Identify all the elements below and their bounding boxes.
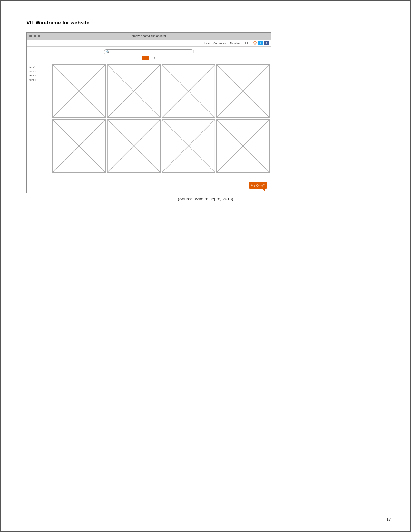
product-card-1-4[interactable] (216, 64, 270, 118)
dropdown-color (142, 56, 149, 60)
browser-titlebar: Amazon.com/Fashion/retail (27, 33, 271, 40)
instagram-icon[interactable]: ○ (253, 41, 257, 45)
sidebar-item-1[interactable]: Item 1 (29, 66, 49, 69)
dropdown-row: ▼ (27, 56, 271, 60)
product-card-2-1[interactable] (52, 119, 106, 173)
facebook-icon[interactable]: f (264, 41, 269, 45)
dropdown-button[interactable]: ▼ (141, 56, 157, 60)
nav-help[interactable]: Help (244, 42, 249, 44)
product-card-1-1[interactable] (52, 64, 106, 118)
search-icon: 🔍 (106, 50, 110, 53)
page-number: 17 (387, 517, 391, 522)
sidebar-item-4[interactable]: Item 4 (29, 78, 49, 81)
sidebar-item-3[interactable]: Item 3 (29, 74, 49, 77)
section-title: VII. Wireframe for website (26, 20, 385, 26)
dropdown-arrow-icon: ▼ (154, 57, 156, 59)
product-card-2-4[interactable] (216, 119, 270, 173)
grid-row-2 (52, 119, 270, 173)
product-card-1-2[interactable] (107, 64, 161, 118)
product-card-2-2[interactable] (107, 119, 161, 173)
browser-nav: Home Categories About us Help ○ 𝕏 f (27, 40, 271, 47)
product-card-1-3[interactable] (162, 64, 215, 118)
chat-bubble[interactable]: Any Query? (249, 182, 267, 189)
wireframe-browser: Amazon.com/Fashion/retail Home Categorie… (26, 32, 271, 193)
nav-about[interactable]: About us (230, 42, 240, 44)
sidebar-item-2[interactable]: Item 2 (29, 70, 49, 73)
browser-dots (29, 35, 40, 37)
chat-area: Any Query? (52, 174, 270, 192)
social-icons: ○ 𝕏 f (253, 41, 269, 45)
dot-1 (29, 35, 32, 37)
twitter-icon[interactable]: 𝕏 (258, 41, 263, 45)
browser-main: Item 1 Item 2 Item 3 Item 4 (27, 63, 271, 193)
nav-categories[interactable]: Categories (213, 42, 226, 44)
nav-home[interactable]: Home (203, 42, 210, 44)
dot-3 (38, 35, 40, 37)
caption: (Source: Wireframepro, 2018) (26, 197, 385, 201)
chat-bubble-container: Any Query? (249, 182, 267, 189)
product-grid: Any Query? (51, 63, 271, 193)
search-box[interactable]: 🔍 (104, 49, 194, 54)
browser-url: Amazon.com/Fashion/retail (131, 34, 166, 38)
search-row: 🔍 (27, 47, 271, 56)
product-card-2-3[interactable] (162, 119, 215, 173)
sidebar: Item 1 Item 2 Item 3 Item 4 (27, 63, 51, 193)
dot-2 (34, 35, 36, 37)
grid-row-1 (52, 64, 270, 118)
